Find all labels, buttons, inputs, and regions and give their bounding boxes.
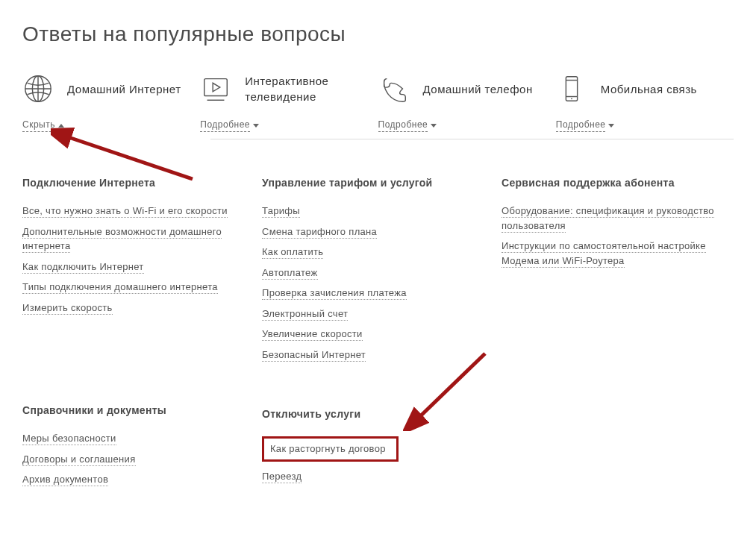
list-item: Тарифы [262, 204, 483, 219]
collapse-toggle[interactable]: Скрыть [22, 119, 185, 132]
faq-link[interactable]: Инструкции по самостоятельной настройке … [502, 240, 706, 268]
faq-link[interactable]: Как оплатить [262, 246, 323, 259]
list-item: Типы подключения домашнего интернета [22, 280, 243, 295]
faq-link[interactable]: Как расторгнуть договор [270, 443, 386, 455]
list-item: Электронный счет [262, 307, 483, 321]
faq-link[interactable]: Договоры и соглашения [22, 453, 136, 466]
list-item: Договоры и соглашения [22, 452, 243, 467]
chevron-up-icon [58, 124, 64, 128]
category-title: Мобильная связь [601, 81, 697, 97]
chevron-down-icon [253, 124, 259, 128]
category-home-phone: Домашний телефон Подробнее [378, 73, 556, 132]
list-item: Дополнительные возможности домашнего инт… [22, 224, 243, 254]
expand-toggle[interactable]: Подробнее [556, 119, 719, 132]
faq-link[interactable]: Электронный счет [262, 308, 348, 321]
phone-icon [378, 73, 410, 104]
list-item: Автоплатеж [262, 266, 483, 280]
list-item: Проверка зачисления платежа [262, 286, 483, 301]
list-item: Измерить скорость [22, 301, 243, 315]
highlighted-link: Как расторгнуть договор [262, 436, 399, 462]
section-heading: Подключение Интернета [22, 177, 243, 189]
faq-link[interactable]: Смена тарифного плана [262, 226, 377, 239]
divider [210, 139, 734, 139]
faq-link[interactable]: Меры безопасности [22, 433, 116, 445]
section-heading: Сервисная поддержка абонента [502, 177, 722, 189]
column-3: Сервисная поддержка абонента Оборудовани… [502, 177, 734, 517]
list-item: Переезд [262, 469, 483, 484]
list-item: Меры безопасности [22, 431, 243, 446]
category-title: Домашний телефон [423, 81, 533, 97]
column-2: Управление тарифом и услугой Тарифы Смен… [262, 177, 494, 517]
svg-point-10 [571, 98, 572, 99]
list-item: Безопасный Интернет [262, 348, 483, 362]
category-mobile: Мобильная связь Подробнее [556, 73, 734, 132]
category-title: Домашний Интернет [67, 81, 181, 97]
play-tv-icon [200, 73, 231, 104]
svg-rect-4 [204, 79, 228, 96]
faq-link[interactable]: Дополнительные возможности домашнего инт… [22, 226, 222, 254]
list-item: Смена тарифного плана [262, 224, 483, 239]
section-heading: Справочники и документы [22, 404, 243, 416]
faq-link[interactable]: Тарифы [262, 205, 300, 218]
expand-toggle[interactable]: Подробнее [378, 119, 541, 132]
svg-line-12 [64, 136, 193, 179]
svg-marker-5 [213, 83, 220, 91]
list-item: Все, что нужно знать о Wi-Fi и его скоро… [22, 204, 243, 219]
list-item: Инструкции по самостоятельной настройке … [502, 239, 722, 268]
list-item: Как расторгнуть договор [262, 435, 483, 463]
column-1: Подключение Интернета Все, что нужно зна… [22, 177, 254, 517]
category-title: Интерактивное телевидение [245, 73, 363, 104]
expand-toggle[interactable]: Подробнее [200, 119, 363, 132]
page-title: Ответы на популярные вопросы [22, 22, 734, 46]
section-heading: Отключить услуги [262, 408, 483, 420]
category-home-internet: Домашний Интернет Скрыть [22, 73, 200, 132]
faq-link[interactable]: Проверка зачисления платежа [262, 287, 407, 300]
smartphone-icon [556, 73, 587, 104]
content-columns: Подключение Интернета Все, что нужно зна… [22, 177, 734, 517]
faq-link[interactable]: Все, что нужно знать о Wi-Fi и его скоро… [22, 205, 228, 218]
category-interactive-tv: Интерактивное телевидение Подробнее [200, 73, 378, 132]
list-item: Как подключить Интернет [22, 260, 243, 274]
faq-link[interactable]: Безопасный Интернет [262, 349, 366, 362]
list-item: Архив документов [22, 472, 243, 487]
list-item: Увеличение скорости [262, 327, 483, 342]
section-heading: Управление тарифом и услугой [262, 177, 483, 189]
faq-link[interactable]: Типы подключения домашнего интернета [22, 281, 218, 294]
faq-link[interactable]: Переезд [262, 471, 302, 483]
chevron-down-icon [431, 124, 437, 128]
category-row: Домашний Интернет Скрыть Интерактивное т… [22, 73, 734, 132]
chevron-down-icon [608, 124, 614, 128]
faq-link[interactable]: Увеличение скорости [262, 328, 363, 341]
faq-link[interactable]: Измерить скорость [22, 302, 113, 315]
faq-link[interactable]: Автоплатеж [262, 267, 318, 280]
list-item: Оборудование: спецификация и руководство… [502, 204, 722, 233]
faq-link[interactable]: Архив документов [22, 474, 108, 486]
list-item: Как оплатить [262, 245, 483, 260]
faq-link[interactable]: Оборудование: спецификация и руководство… [502, 205, 714, 233]
globe-icon [22, 73, 54, 104]
faq-link[interactable]: Как подключить Интернет [22, 261, 144, 274]
